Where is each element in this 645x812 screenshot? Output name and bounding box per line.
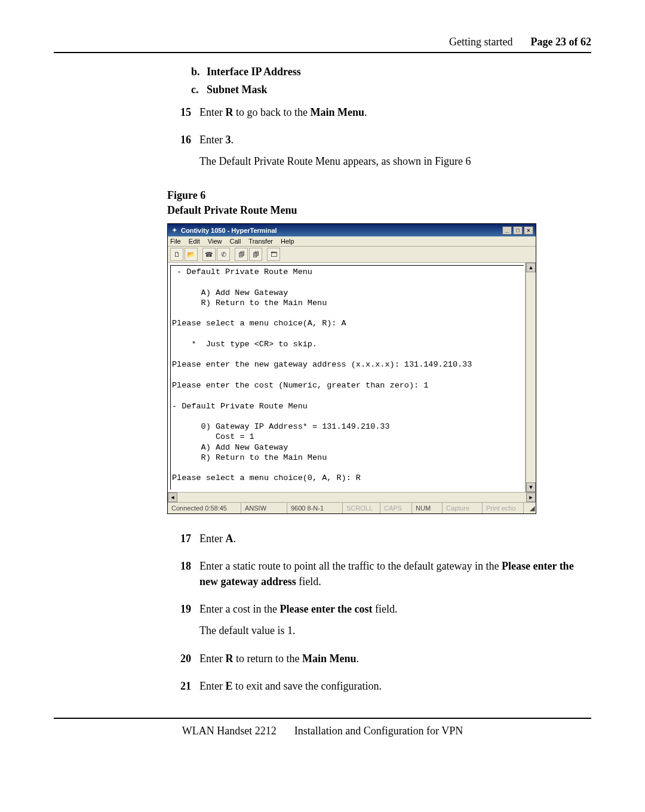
footer-rule bbox=[54, 718, 591, 719]
page: Getting started Page 23 of 62 b.Interfac… bbox=[0, 0, 645, 761]
step-19: 19 Enter a cost in the Please enter the … bbox=[167, 601, 591, 644]
sub-item-b: b.Interface IP Address bbox=[191, 64, 591, 79]
scroll-up-icon[interactable]: ▲ bbox=[526, 263, 536, 272]
scroll-left-icon[interactable]: ◄ bbox=[168, 493, 177, 502]
step-18: 18 Enter a static route to point all the… bbox=[167, 558, 591, 595]
status-line: 9600 8-N-1 bbox=[287, 503, 343, 513]
titlebar[interactable]: ✦ Contivity 1050 - HyperTerminal _ □ × bbox=[168, 224, 536, 236]
status-num: NUM bbox=[412, 503, 443, 513]
toolbar: 🗋 📂 ☎ ✆ 🗐 🗐 🗔 bbox=[168, 247, 536, 263]
connect-icon[interactable]: ☎ bbox=[202, 248, 216, 261]
app-icon: ✦ bbox=[170, 226, 179, 235]
new-icon[interactable]: 🗋 bbox=[170, 248, 183, 261]
vertical-scrollbar[interactable]: ▲ ▼ bbox=[526, 263, 536, 492]
open-icon[interactable]: 📂 bbox=[185, 248, 198, 261]
send-icon[interactable]: 🗐 bbox=[235, 248, 248, 261]
page-number: Page 23 of 62 bbox=[531, 36, 591, 48]
menu-file[interactable]: File bbox=[170, 238, 181, 245]
window-title: Contivity 1050 - HyperTerminal bbox=[181, 227, 277, 234]
content-block-top: b.Interface IP Address c.Subnet Mask 15 … bbox=[167, 64, 591, 175]
status-caps: CAPS bbox=[380, 503, 412, 513]
page-footer: WLAN Handset 2212 Installation and Confi… bbox=[54, 725, 591, 737]
header-rule bbox=[54, 52, 591, 53]
status-capture: Capture bbox=[443, 503, 483, 513]
scroll-down-icon[interactable]: ▼ bbox=[526, 482, 536, 492]
sub-list: b.Interface IP Address c.Subnet Mask bbox=[167, 64, 591, 97]
step-number: 15 bbox=[167, 104, 199, 126]
page-header: Getting started Page 23 of 62 bbox=[54, 36, 591, 48]
minimize-button[interactable]: _ bbox=[502, 226, 512, 235]
menu-edit[interactable]: Edit bbox=[189, 238, 200, 245]
figure-caption: Figure 6 Default Private Route Menu bbox=[167, 188, 591, 217]
menu-call[interactable]: Call bbox=[230, 238, 241, 245]
status-emulation: ANSIW bbox=[241, 503, 287, 513]
content-block-bottom: 17 Enter A. 18 Enter a static route to p… bbox=[167, 531, 591, 700]
menu-help[interactable]: Help bbox=[281, 238, 294, 245]
menubar: File Edit View Call Transfer Help bbox=[168, 236, 536, 247]
step-number: 18 bbox=[167, 558, 199, 595]
maximize-button[interactable]: □ bbox=[513, 226, 523, 235]
step-body: Enter R to go back to the Main Menu. bbox=[199, 104, 591, 126]
step-number: 21 bbox=[167, 678, 199, 700]
section-title: Getting started bbox=[449, 36, 512, 48]
step-20: 20 Enter R to return to the Main Menu. bbox=[167, 651, 591, 672]
menu-transfer[interactable]: Transfer bbox=[248, 238, 273, 245]
step-number: 16 bbox=[167, 132, 199, 175]
status-scroll: SCROLL bbox=[343, 503, 380, 513]
hyperterminal-window: ✦ Contivity 1050 - HyperTerminal _ □ × F… bbox=[167, 223, 536, 514]
terminal-area: - Default Private Route Menu A) Add New … bbox=[168, 263, 536, 492]
step-15: 15 Enter R to go back to the Main Menu. bbox=[167, 104, 591, 126]
step-16: 16 Enter 3. The Default Private Route Me… bbox=[167, 132, 591, 175]
footer-right: Installation and Configuration for VPN bbox=[294, 725, 463, 737]
horizontal-scrollbar[interactable]: ◄ ► bbox=[168, 492, 536, 502]
figure-block: Figure 6 Default Private Route Menu ✦ Co… bbox=[167, 188, 591, 514]
statusbar: Connected 0:58:45 ANSIW 9600 8-N-1 SCROL… bbox=[168, 502, 536, 513]
status-connected: Connected 0:58:45 bbox=[168, 503, 241, 513]
step-21: 21 Enter E to exit and save the configur… bbox=[167, 678, 591, 700]
status-printecho: Print echo bbox=[483, 503, 524, 513]
properties-icon[interactable]: 🗔 bbox=[267, 248, 280, 261]
disconnect-icon[interactable]: ✆ bbox=[217, 248, 230, 261]
receive-icon[interactable]: 🗐 bbox=[249, 248, 262, 261]
sub-item-c: c.Subnet Mask bbox=[191, 82, 591, 97]
step-17: 17 Enter A. bbox=[167, 531, 591, 552]
footer-left: WLAN Handset 2212 bbox=[182, 725, 277, 737]
menu-view[interactable]: View bbox=[208, 238, 222, 245]
step-number: 20 bbox=[167, 651, 199, 672]
step-number: 17 bbox=[167, 531, 199, 552]
step-number: 19 bbox=[167, 601, 199, 644]
step-body: Enter 3. The Default Private Route Menu … bbox=[199, 132, 591, 175]
terminal-output[interactable]: - Default Private Route Menu A) Add New … bbox=[168, 263, 526, 492]
close-button[interactable]: × bbox=[524, 226, 533, 235]
scroll-right-icon[interactable]: ► bbox=[526, 493, 536, 502]
resize-grip-icon[interactable]: ◢ bbox=[524, 503, 536, 513]
